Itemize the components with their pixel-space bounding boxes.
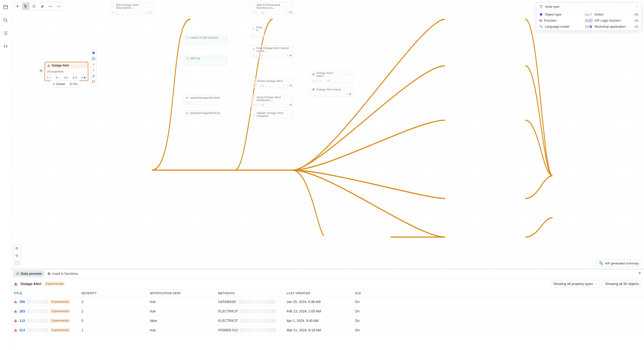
object-node-outage-alert[interactable]: Outage Alert 16 properties 1 3 5fx 2 1: [44, 62, 88, 81]
node-source-handle[interactable]: [38, 68, 44, 73]
zoom-in[interactable]: [13, 245, 20, 252]
select-tool[interactable]: [22, 3, 29, 10]
lm-node-llama[interactable]: Llama 3.1 8b Instruct: [184, 35, 228, 45]
svg-rect-74: [15, 301, 16, 302]
svg-rect-73: [16, 285, 16, 285]
svg-rect-62: [600, 262, 601, 263]
svg-rect-61: [591, 26, 592, 26]
center-tool[interactable]: [30, 3, 38, 10]
experimental-tag: Experimental: [50, 328, 70, 332]
svg-rect-24: [48, 65, 49, 66]
aip-node-find2[interactable]: Find Outage Alert based on de... ×××: [250, 45, 294, 58]
action-node-add-summary[interactable]: Add AI Generated Summary to... ×××: [250, 2, 294, 15]
experimental-tag: Experimental: [50, 300, 70, 304]
redacted: [27, 319, 48, 323]
svg-rect-23: [40, 71, 42, 72]
property-types-filter[interactable]: Showing all property types: [550, 280, 600, 288]
palette-wand-icon[interactable]: [92, 62, 96, 67]
filter-action[interactable]: Action(6): [589, 12, 639, 16]
transfer-icon[interactable]: [3, 44, 8, 49]
app-node-inbox2[interactable]: Outage Alert Inbox 1: [310, 87, 354, 96]
svg-line-15: [18, 249, 18, 250]
svg-rect-80: [15, 330, 16, 330]
aip-summary-badge[interactable]: AIP generated summary: [596, 260, 642, 267]
pin-button[interactable]: Pin: [68, 81, 79, 87]
cell-severity: 2: [82, 309, 150, 313]
zoom-fit[interactable]: [13, 259, 20, 267]
row-id[interactable]: 513: [20, 328, 25, 332]
cell-updated: Jan 29, 2024, 5:36 AM: [286, 300, 355, 304]
details-button[interactable]: Details: [51, 81, 67, 87]
panel-icon[interactable]: [3, 4, 8, 10]
cell-notification: true: [150, 328, 218, 332]
cell-alert: On: [355, 300, 367, 304]
redacted: [240, 309, 276, 313]
lm-node-gpt4o[interactable]: GPT-4o: [184, 56, 228, 65]
table-row[interactable]: 112 Experimental 0 false ELECTRICIT Apr …: [11, 316, 644, 326]
app-node-inbox1[interactable]: Outage Alert Inbox ××× fx: [310, 70, 354, 83]
svg-rect-48: [290, 104, 292, 106]
warning-icon: [14, 309, 18, 313]
cell-severity: 2: [82, 300, 150, 304]
flow-tool[interactable]: [55, 3, 62, 10]
pan-tool[interactable]: [14, 3, 21, 10]
bottom-panel: Data preview fxUsed in functions Outage …: [11, 269, 644, 350]
row-id[interactable]: 112: [20, 319, 25, 323]
palette-comment-icon[interactable]: [92, 80, 96, 84]
svg-point-36: [93, 58, 94, 59]
table-row[interactable]: 256 Experimental 2 true DATABASE- Jan 29…: [11, 297, 644, 307]
cell-metadata: DATABASE-: [218, 300, 286, 304]
chip-icon: [186, 36, 189, 39]
tab-used-in-functions[interactable]: fxUsed in functions: [44, 270, 81, 277]
redacted: [27, 328, 48, 332]
svg-rect-43: [262, 55, 263, 55]
svg-rect-39: [290, 12, 292, 13]
cell-updated: Feb 13, 2024, 2:05 AM: [286, 309, 355, 313]
search-icon[interactable]: [3, 17, 8, 23]
svg-rect-26: [75, 77, 76, 77]
row-id[interactable]: 256: [20, 300, 25, 304]
pie-tool[interactable]: [38, 3, 46, 10]
fit-tool[interactable]: [47, 3, 54, 10]
svg-rect-49: [312, 73, 314, 75]
redacted: [239, 300, 275, 304]
filter-aip-logic[interactable]: AIP Logic function(4): [589, 19, 639, 22]
wand-icon: [253, 5, 255, 8]
table-row[interactable]: 513 Experimental 1 true POWER-513 Mar 21…: [11, 326, 644, 335]
palette-edit-icon[interactable]: [92, 74, 96, 78]
palette-app-icon[interactable]: [92, 51, 96, 55]
filter-workshop-app[interactable]: Workshop application(3): [589, 25, 639, 28]
objects-filter[interactable]: Showing all 50 objects: [602, 280, 642, 288]
aip-node-find1[interactable]: Find S ×: [250, 25, 264, 37]
fx-node-cat[interactable]: fxupdateOutageAlertCategory: [184, 110, 220, 116]
fx-node-notif[interactable]: fxupdateOutageAlertNotificatio... ×: [184, 95, 220, 105]
table-row[interactable]: 283 Experimental 2 true ELECTRICIT Feb 1…: [11, 307, 644, 316]
filter-function[interactable]: fxFunction(5): [539, 19, 589, 22]
palette-aip-icon[interactable]: [92, 56, 96, 61]
filter-object-type[interactable]: Object type(1): [539, 12, 589, 16]
warning-icon: [14, 282, 18, 286]
svg-rect-25: [48, 66, 49, 66]
palette-bolt-icon[interactable]: [92, 68, 96, 72]
zoom-controls: [13, 245, 21, 267]
svg-line-3: [6, 21, 7, 22]
node-type-filter: Node type Object type(1) fxFunction(5) L…: [536, 2, 642, 30]
action-node-update-cat[interactable]: Update Outage Alert Category: [250, 110, 294, 118]
svg-rect-63: [601, 264, 602, 265]
canvas[interactable]: Outage Alert 16 properties 1 3 5fx 2 1 D…: [11, 0, 644, 269]
action-node-send-notif[interactable]: Send Outage Alert Notificatio... ×××: [250, 94, 294, 107]
zoom-out[interactable]: [13, 252, 20, 259]
svg-rect-28: [84, 77, 86, 78]
svg-point-4: [4, 31, 4, 32]
row-id[interactable]: 283: [20, 309, 25, 313]
action-node-delete[interactable]: Delete Outage Alert ×1 fx×: [250, 78, 294, 88]
table-header: TITLE SEVERITY NOTIFICATION SENT METADAT…: [11, 289, 644, 297]
list-icon[interactable]: [3, 30, 8, 36]
tab-data-preview[interactable]: Data preview: [13, 270, 44, 277]
svg-rect-37: [150, 12, 151, 13]
action-node-edit-description[interactable]: Edit Outage Alert Description ... ××: [110, 2, 154, 15]
collapse-icon[interactable]: [638, 271, 642, 275]
svg-rect-78: [15, 320, 16, 321]
node-type-select[interactable]: Node type: [536, 3, 641, 11]
filter-language-model[interactable]: Language model(3): [539, 25, 589, 28]
